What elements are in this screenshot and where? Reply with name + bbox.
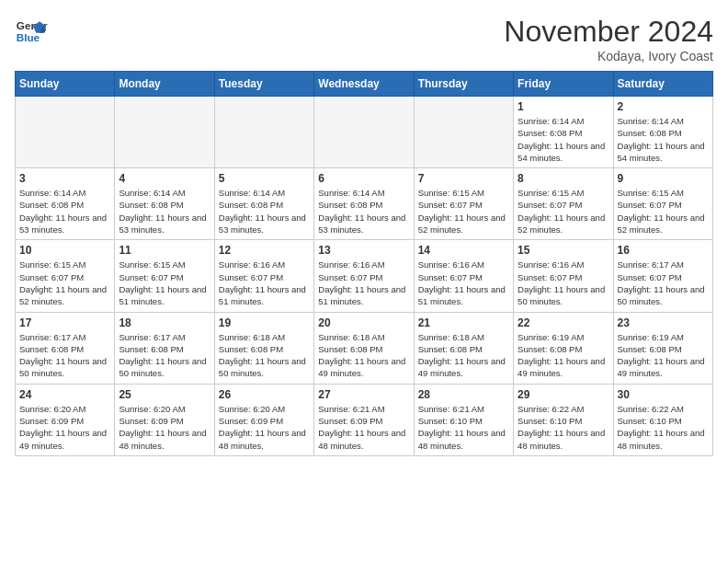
calendar-cell: 28Sunrise: 6:21 AM Sunset: 6:10 PM Dayli… <box>414 384 513 455</box>
calendar-cell: 26Sunrise: 6:20 AM Sunset: 6:09 PM Dayli… <box>214 384 313 455</box>
day-detail: Sunrise: 6:16 AM Sunset: 6:07 PM Dayligh… <box>418 259 509 307</box>
calendar-cell <box>16 97 115 168</box>
day-number: 16 <box>618 244 709 257</box>
logo: General Blue <box>15 15 48 48</box>
day-detail: Sunrise: 6:17 AM Sunset: 6:08 PM Dayligh… <box>19 331 110 380</box>
day-number: 27 <box>318 388 409 401</box>
day-number: 22 <box>518 316 609 329</box>
calendar-cell <box>314 97 414 168</box>
day-number: 4 <box>119 172 210 185</box>
day-number: 12 <box>219 244 310 257</box>
day-number: 18 <box>119 316 210 329</box>
calendar-cell: 9Sunrise: 6:15 AM Sunset: 6:07 PM Daylig… <box>613 168 712 240</box>
calendar-week-3: 10Sunrise: 6:15 AM Sunset: 6:07 PM Dayli… <box>16 240 713 312</box>
weekday-header-monday: Monday <box>115 72 214 97</box>
day-number: 19 <box>219 316 310 329</box>
calendar-cell: 24Sunrise: 6:20 AM Sunset: 6:09 PM Dayli… <box>16 384 115 455</box>
calendar-cell: 1Sunrise: 6:14 AM Sunset: 6:08 PM Daylig… <box>514 97 613 168</box>
weekday-header-tuesday: Tuesday <box>214 72 313 97</box>
weekday-header-friday: Friday <box>514 72 613 97</box>
calendar-cell: 20Sunrise: 6:18 AM Sunset: 6:08 PM Dayli… <box>314 312 414 384</box>
calendar-cell <box>115 97 214 168</box>
day-detail: Sunrise: 6:22 AM Sunset: 6:10 PM Dayligh… <box>618 403 709 452</box>
day-detail: Sunrise: 6:14 AM Sunset: 6:08 PM Dayligh… <box>318 187 409 236</box>
day-number: 17 <box>19 316 110 329</box>
calendar-cell: 21Sunrise: 6:18 AM Sunset: 6:08 PM Dayli… <box>414 312 513 384</box>
day-detail: Sunrise: 6:17 AM Sunset: 6:08 PM Dayligh… <box>119 331 210 380</box>
day-number: 8 <box>518 172 609 185</box>
day-detail: Sunrise: 6:14 AM Sunset: 6:08 PM Dayligh… <box>518 115 609 164</box>
day-number: 2 <box>618 100 709 113</box>
location: Kodaya, Ivory Coast <box>504 49 713 63</box>
day-detail: Sunrise: 6:18 AM Sunset: 6:08 PM Dayligh… <box>219 331 310 380</box>
calendar-cell: 10Sunrise: 6:15 AM Sunset: 6:07 PM Dayli… <box>16 240 115 312</box>
day-number: 30 <box>618 388 709 401</box>
day-detail: Sunrise: 6:20 AM Sunset: 6:09 PM Dayligh… <box>19 403 110 452</box>
day-detail: Sunrise: 6:14 AM Sunset: 6:08 PM Dayligh… <box>618 115 709 164</box>
day-detail: Sunrise: 6:18 AM Sunset: 6:08 PM Dayligh… <box>418 331 509 380</box>
day-detail: Sunrise: 6:16 AM Sunset: 6:07 PM Dayligh… <box>219 259 310 307</box>
calendar-cell: 11Sunrise: 6:15 AM Sunset: 6:07 PM Dayli… <box>115 240 214 312</box>
day-detail: Sunrise: 6:15 AM Sunset: 6:07 PM Dayligh… <box>618 187 709 236</box>
day-number: 25 <box>119 388 210 401</box>
day-number: 29 <box>518 388 609 401</box>
calendar-cell: 2Sunrise: 6:14 AM Sunset: 6:08 PM Daylig… <box>613 97 712 168</box>
calendar-cell: 19Sunrise: 6:18 AM Sunset: 6:08 PM Dayli… <box>214 312 313 384</box>
day-detail: Sunrise: 6:14 AM Sunset: 6:08 PM Dayligh… <box>119 187 210 236</box>
calendar-cell: 30Sunrise: 6:22 AM Sunset: 6:10 PM Dayli… <box>613 384 712 455</box>
calendar-cell: 25Sunrise: 6:20 AM Sunset: 6:09 PM Dayli… <box>115 384 214 455</box>
title-block: November 2024 Kodaya, Ivory Coast <box>504 15 713 63</box>
calendar-week-1: 1Sunrise: 6:14 AM Sunset: 6:08 PM Daylig… <box>16 97 713 168</box>
day-number: 28 <box>418 388 509 401</box>
calendar-cell <box>214 97 313 168</box>
calendar-cell: 27Sunrise: 6:21 AM Sunset: 6:09 PM Dayli… <box>314 384 414 455</box>
day-number: 5 <box>219 172 310 185</box>
calendar-cell: 7Sunrise: 6:15 AM Sunset: 6:07 PM Daylig… <box>414 168 513 240</box>
calendar-week-4: 17Sunrise: 6:17 AM Sunset: 6:08 PM Dayli… <box>16 312 713 384</box>
calendar-cell: 8Sunrise: 6:15 AM Sunset: 6:07 PM Daylig… <box>514 168 613 240</box>
day-detail: Sunrise: 6:15 AM Sunset: 6:07 PM Dayligh… <box>119 259 210 307</box>
day-detail: Sunrise: 6:17 AM Sunset: 6:07 PM Dayligh… <box>618 259 709 307</box>
calendar-cell: 3Sunrise: 6:14 AM Sunset: 6:08 PM Daylig… <box>16 168 115 240</box>
calendar-cell: 16Sunrise: 6:17 AM Sunset: 6:07 PM Dayli… <box>613 240 712 312</box>
day-detail: Sunrise: 6:21 AM Sunset: 6:10 PM Dayligh… <box>418 403 509 452</box>
calendar-cell: 22Sunrise: 6:19 AM Sunset: 6:08 PM Dayli… <box>514 312 613 384</box>
day-detail: Sunrise: 6:15 AM Sunset: 6:07 PM Dayligh… <box>418 187 509 236</box>
day-detail: Sunrise: 6:21 AM Sunset: 6:09 PM Dayligh… <box>318 403 409 452</box>
day-number: 7 <box>418 172 509 185</box>
calendar-table: SundayMondayTuesdayWednesdayThursdayFrid… <box>15 71 713 456</box>
day-number: 26 <box>219 388 310 401</box>
weekday-header-saturday: Saturday <box>613 72 712 97</box>
day-number: 13 <box>318 244 409 257</box>
day-detail: Sunrise: 6:19 AM Sunset: 6:08 PM Dayligh… <box>618 331 709 380</box>
weekday-header-thursday: Thursday <box>414 72 513 97</box>
page-header: General Blue November 2024 Kodaya, Ivory… <box>15 15 713 63</box>
day-detail: Sunrise: 6:20 AM Sunset: 6:09 PM Dayligh… <box>119 403 210 452</box>
day-detail: Sunrise: 6:15 AM Sunset: 6:07 PM Dayligh… <box>518 187 609 236</box>
day-number: 14 <box>418 244 509 257</box>
day-detail: Sunrise: 6:14 AM Sunset: 6:08 PM Dayligh… <box>19 187 110 236</box>
weekday-header-row: SundayMondayTuesdayWednesdayThursdayFrid… <box>16 72 713 97</box>
day-detail: Sunrise: 6:19 AM Sunset: 6:08 PM Dayligh… <box>518 331 609 380</box>
calendar-cell: 4Sunrise: 6:14 AM Sunset: 6:08 PM Daylig… <box>115 168 214 240</box>
weekday-header-sunday: Sunday <box>16 72 115 97</box>
day-number: 3 <box>19 172 110 185</box>
day-number: 15 <box>518 244 609 257</box>
calendar-cell: 23Sunrise: 6:19 AM Sunset: 6:08 PM Dayli… <box>613 312 712 384</box>
calendar-cell: 6Sunrise: 6:14 AM Sunset: 6:08 PM Daylig… <box>314 168 414 240</box>
day-number: 23 <box>618 316 709 329</box>
day-number: 9 <box>618 172 709 185</box>
day-number: 11 <box>119 244 210 257</box>
calendar-cell: 5Sunrise: 6:14 AM Sunset: 6:08 PM Daylig… <box>214 168 313 240</box>
calendar-cell: 14Sunrise: 6:16 AM Sunset: 6:07 PM Dayli… <box>414 240 513 312</box>
day-detail: Sunrise: 6:16 AM Sunset: 6:07 PM Dayligh… <box>518 259 609 307</box>
calendar-week-2: 3Sunrise: 6:14 AM Sunset: 6:08 PM Daylig… <box>16 168 713 240</box>
day-number: 24 <box>19 388 110 401</box>
calendar-week-5: 24Sunrise: 6:20 AM Sunset: 6:09 PM Dayli… <box>16 384 713 455</box>
day-number: 1 <box>518 100 609 113</box>
day-detail: Sunrise: 6:22 AM Sunset: 6:10 PM Dayligh… <box>518 403 609 452</box>
calendar-cell: 17Sunrise: 6:17 AM Sunset: 6:08 PM Dayli… <box>16 312 115 384</box>
calendar-cell <box>414 97 513 168</box>
day-number: 20 <box>318 316 409 329</box>
calendar-cell: 29Sunrise: 6:22 AM Sunset: 6:10 PM Dayli… <box>514 384 613 455</box>
